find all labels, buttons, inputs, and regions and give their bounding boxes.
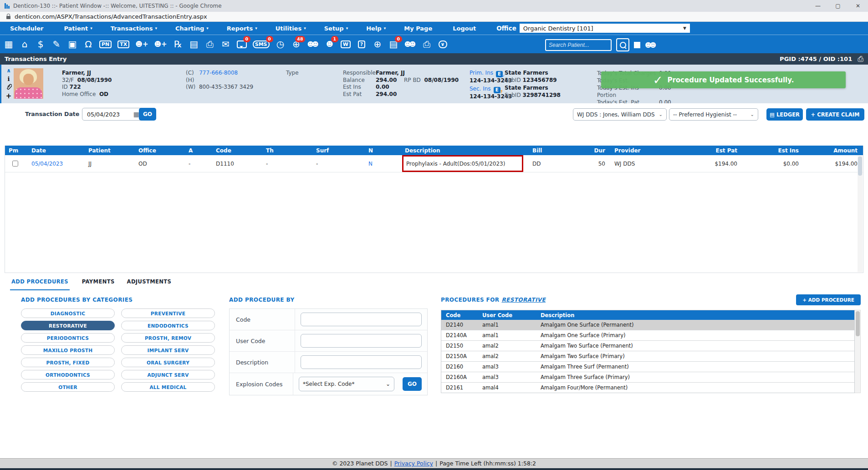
- collapse-icon[interactable]: ∧: [5, 67, 13, 76]
- prim-ins-link[interactable]: Prim. Ins: [470, 70, 493, 76]
- ledger-button[interactable]: ▤ LEDGER: [766, 108, 803, 121]
- eligibility-check-icon-secondary[interactable]: E?: [494, 87, 500, 93]
- explosion-codes-select[interactable]: *Select Exp. Code*⌄: [299, 377, 394, 391]
- category-oral-surgery[interactable]: ORAL SURGERY: [121, 358, 215, 367]
- schedule-icon[interactable]: ▦: [4, 38, 14, 51]
- procedure-row[interactable]: D2150Aamal2Amalgam Two Surface (Primary): [441, 351, 854, 362]
- rx-icon[interactable]: ℞: [173, 38, 183, 51]
- go-button[interactable]: GO: [139, 108, 156, 121]
- category-implant-serv[interactable]: IMPLANT SERV: [121, 345, 215, 355]
- category-restorative[interactable]: RESTORATIVE: [21, 321, 115, 330]
- perio-chart-icon[interactable]: Ω: [83, 38, 93, 51]
- procedure-row[interactable]: D2160Aamal3Amalgam Three Surface (Primar…: [441, 372, 854, 383]
- category-prosth-fixed[interactable]: PROSTH, FIXED: [21, 358, 115, 367]
- search-patient-button[interactable]: [616, 38, 629, 51]
- create-claim-button[interactable]: + CREATE CLAIM: [806, 108, 864, 121]
- web-icon[interactable]: ⊕48: [291, 38, 301, 51]
- conference-icon[interactable]: ☻☻: [307, 38, 319, 51]
- notes-icon[interactable]: ▤: [189, 38, 199, 51]
- procedure-row[interactable]: D2140Aamal1Amalgam One Surface (Primary): [441, 330, 854, 341]
- nav-transactions[interactable]: Transactions▾: [111, 25, 157, 32]
- inbox-icon[interactable]: ∨: [438, 38, 448, 51]
- help-icon[interactable]: ?: [357, 38, 367, 51]
- tab-add-procedures[interactable]: ADD PROCEDURES: [10, 278, 70, 290]
- eligibility-check-icon-primary[interactable]: E✓: [496, 71, 503, 77]
- time-clock-icon[interactable]: ◷: [276, 38, 286, 51]
- search-patient-input[interactable]: [545, 39, 612, 51]
- category-periodontics[interactable]: PERIODONTICS: [21, 333, 115, 343]
- office-select[interactable]: Organic Dentistry [101]▼: [520, 24, 690, 33]
- patient-chart-icon[interactable]: ▣: [67, 38, 77, 51]
- provider-select[interactable]: WJ DDS : Jones, William DDS⌄: [573, 108, 667, 121]
- send-claim-icon[interactable]: ✉: [221, 38, 231, 51]
- nav-help[interactable]: Help▾: [366, 25, 386, 32]
- nav-reports[interactable]: Reports▾: [227, 25, 257, 32]
- row-select-checkbox[interactable]: [12, 161, 18, 167]
- sms-icon[interactable]: SMS0: [253, 38, 270, 51]
- sec-ins-link[interactable]: Sec. Ins: [470, 86, 491, 92]
- add-icon[interactable]: +: [5, 92, 13, 100]
- hygienist-select[interactable]: -- Preferred Hygienist --⌄: [669, 108, 758, 121]
- nav-scheduler[interactable]: Scheduler: [10, 25, 46, 32]
- minimize-button[interactable]: —: [808, 3, 828, 9]
- add-account-icon[interactable]: ☻+: [154, 38, 167, 51]
- web-search-icon[interactable]: ⊕: [373, 38, 383, 51]
- privacy-policy-link[interactable]: Privacy Policy: [394, 460, 433, 467]
- category-prosth-remov[interactable]: PROSTH, REMOV: [121, 333, 215, 343]
- transaction-date-input[interactable]: [86, 111, 133, 118]
- progress-notes-icon[interactable]: ✎: [51, 38, 61, 51]
- info-icon[interactable]: i: [5, 76, 13, 84]
- patient-photo[interactable]: [14, 68, 43, 99]
- procedure-row[interactable]: D2150amal2Amalgam Two Surface (Permanent…: [441, 341, 854, 351]
- tab-payments[interactable]: PAYMENTS: [82, 278, 115, 290]
- address-url[interactable]: denticon.com/ASPX/Transactions/AdvancedT…: [15, 13, 207, 20]
- procedure-row[interactable]: D2140amal1Amalgam One Surface (Permanent…: [441, 320, 854, 330]
- category-orthodontics[interactable]: ORTHODONTICS: [21, 370, 115, 379]
- procedure-row[interactable]: D2161amal4Amalgam Four/More (Permanent): [441, 383, 854, 393]
- cell-phone-link[interactable]: 777-666-8008: [199, 70, 238, 76]
- description-input[interactable]: [301, 355, 422, 369]
- maximize-button[interactable]: ▢: [828, 3, 848, 9]
- category-diagnostic[interactable]: DIAGNOSTIC: [21, 308, 115, 318]
- category-adjunct-serv[interactable]: ADJUNCT SERV: [121, 370, 215, 379]
- category-preventive[interactable]: PREVENTIVE: [121, 308, 215, 318]
- procedures-scrollbar[interactable]: [855, 310, 861, 393]
- transactions-scrollbar[interactable]: [858, 156, 863, 272]
- nav-my-page[interactable]: My Page: [404, 25, 434, 32]
- category-endodontics[interactable]: ENDODONTICS: [121, 321, 215, 330]
- category-maxillo-prosth[interactable]: MAXILLO PROSTH: [21, 345, 115, 355]
- chat-icon[interactable]: 0: [237, 38, 247, 51]
- patient-alert-icon[interactable]: ☻1: [325, 38, 335, 51]
- w-icon[interactable]: W: [341, 38, 351, 51]
- explosion-go-button[interactable]: GO: [403, 377, 422, 391]
- calendar-icon[interactable]: ▦: [133, 111, 139, 118]
- code-input[interactable]: [301, 313, 422, 326]
- procedure-row[interactable]: D2160amal3Amalgam Three Surf (Permanent): [441, 362, 854, 372]
- nav-setup[interactable]: Setup▾: [324, 25, 348, 32]
- nav-logout[interactable]: Logout: [453, 25, 478, 32]
- category-all-medical[interactable]: ALL MEDICAL: [121, 382, 215, 392]
- print-chart-icon[interactable]: ⎙: [205, 38, 215, 51]
- search-filter-checkbox[interactable]: [634, 42, 640, 48]
- tx-icon[interactable]: TX: [117, 38, 129, 51]
- add-procedure-button[interactable]: + ADD PROCEDURE: [796, 294, 861, 305]
- pn-icon[interactable]: PN: [99, 38, 112, 51]
- patients-icon[interactable]: ☻☻: [404, 38, 416, 51]
- patient-group-icon[interactable]: ☻☻: [645, 39, 656, 51]
- home-office-icon[interactable]: ⌂: [20, 38, 30, 51]
- tab-adjustments[interactable]: ADJUSTMENTS: [127, 278, 172, 290]
- nav-utilities[interactable]: Utilities▾: [276, 25, 306, 32]
- printer-icon[interactable]: ⎙: [422, 38, 432, 51]
- row-n-link[interactable]: N: [365, 161, 401, 167]
- nav-charting[interactable]: Charting▾: [175, 25, 209, 32]
- fees-icon[interactable]: $: [36, 38, 46, 51]
- user-code-input[interactable]: [301, 334, 422, 348]
- row-date-link[interactable]: 05/04/2023: [28, 161, 85, 167]
- attachment-icon[interactable]: [5, 84, 13, 92]
- print-icon[interactable]: ⎙: [858, 55, 863, 63]
- category-other[interactable]: OTHER: [21, 382, 115, 392]
- nav-patient[interactable]: Patient▾: [64, 25, 92, 32]
- doc-alert-icon[interactable]: ▤0: [388, 38, 398, 51]
- add-patient-icon[interactable]: ☻+: [135, 38, 148, 51]
- close-button[interactable]: ✕: [848, 3, 868, 9]
